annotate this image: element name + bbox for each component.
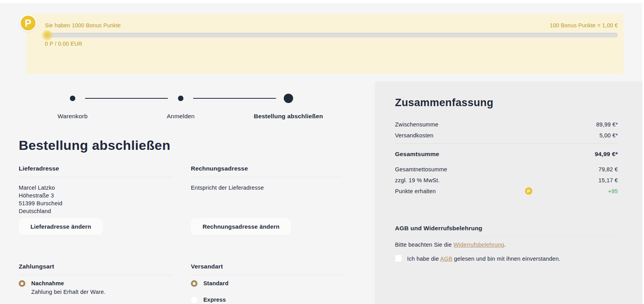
radio-selected-icon[interactable] <box>19 280 25 287</box>
bonus-points-icon: P <box>20 14 37 32</box>
cancellation-policy-notice: Bitte beachten Sie die Widerrufsbelehrun… <box>395 241 618 249</box>
billing-address-section: Rechnungsadresse Entspricht der Lieferad… <box>191 165 342 303</box>
shipping-option-label[interactable]: Express <box>203 297 226 303</box>
step-dot-anmelden[interactable] <box>178 96 183 101</box>
checkout-main: Bestellung abschließen Lieferadresse Mar… <box>19 137 343 303</box>
points-earned-value: +95 <box>608 187 618 195</box>
step-label-anmelden[interactable]: Anmelden <box>122 113 239 120</box>
summary-row-label: Punkte erhalten <box>395 187 436 195</box>
summary-row-label: Versandkosten <box>395 132 434 139</box>
shipping-option-standard[interactable]: Standard <box>191 280 342 287</box>
step-label-warenkorb[interactable]: Warenkorb <box>14 113 131 120</box>
bonus-points-message: Sie haben 1000 Bonus Punkte <box>45 21 121 29</box>
terms-agree-row: Ich habe die AGB gelesen und bin mit ihn… <box>395 255 618 263</box>
page-title: Bestellung abschließen <box>19 137 343 153</box>
terms-heading: AGB und Widerrufsbelehrung <box>395 224 618 237</box>
summary-row-label: Gesamtnettosumme <box>395 165 447 173</box>
radio-selected-icon[interactable] <box>191 280 197 287</box>
bonus-points-icon: P <box>525 187 532 195</box>
step-connector-line <box>193 98 276 99</box>
shipping-address-section: Lieferadresse Marcel Latzko Höhestraße 3… <box>19 165 173 303</box>
step-connector-line <box>85 98 168 99</box>
payment-option-description: Zahlung bei Erhalt der Ware. <box>31 288 173 296</box>
change-shipping-address-button[interactable]: Lieferadresse ändern <box>19 218 103 235</box>
terms-agb-link[interactable]: AGB <box>440 256 452 262</box>
payment-option-nachnahme[interactable]: Nachnahme <box>19 280 173 287</box>
summary-row-value: 5,00 €* <box>600 132 618 139</box>
payment-method-section: Zahlungsart Nachnahme Zahlung bei Erhalt… <box>19 263 173 296</box>
billing-address-heading: Rechnungsadresse <box>191 165 342 177</box>
shipping-address-city: 51399 Burscheid <box>19 199 173 207</box>
payment-option-label[interactable]: Nachnahme <box>31 280 64 287</box>
summary-row-label: Zwischensumme <box>395 121 438 128</box>
step-dot-warenkorb[interactable] <box>70 96 75 101</box>
summary-row-value: 79,82 € <box>598 165 618 173</box>
shipping-address-name: Marcel Latzko <box>19 184 173 192</box>
summary-row-value: 15,17 € <box>598 176 618 184</box>
shipping-address-heading: Lieferadresse <box>19 165 173 177</box>
shipping-option-label[interactable]: Standard <box>203 280 228 287</box>
shipping-address-street: Höhestraße 3 <box>19 192 173 199</box>
shipping-method-heading: Versandart <box>191 263 342 275</box>
terms-checkbox[interactable] <box>395 255 402 262</box>
bonus-points-slider[interactable] <box>45 33 618 37</box>
summary-row-shipping-cost: Versandkosten 5,00 €* <box>395 132 618 139</box>
page-top-edge <box>0 0 644 3</box>
shipping-option-express[interactable]: Express <box>191 297 342 303</box>
notice-text: Bitte beachten Sie die <box>395 242 454 248</box>
summary-total-value: 94,99 €* <box>595 150 618 158</box>
summary-row-value: 89,99 €* <box>596 121 618 128</box>
bonus-points-slider-handle[interactable] <box>42 30 53 41</box>
cancellation-policy-link[interactable]: Widerrufsbelehrung <box>454 242 504 248</box>
bonus-points-banner: P Sie haben 1000 Bonus Punkte 100 Bonus … <box>27 14 624 74</box>
summary-row-label: zzgl. 19 % MwSt. <box>395 176 439 184</box>
step-label-bestellung-abschliessen: Bestellung abschließen <box>230 113 347 120</box>
terms-checkbox-label[interactable]: Ich habe die AGB gelesen und bin mit ihn… <box>407 255 560 263</box>
summary-row-total: Gesamtsumme 94,99 €* <box>395 150 618 158</box>
terms-section: AGB und Widerrufsbelehrung Bitte beachte… <box>395 224 618 263</box>
change-billing-address-button[interactable]: Rechnungsadresse ändern <box>191 218 291 235</box>
scrollbar-track <box>642 0 644 304</box>
billing-address-text: Entspricht der Lieferadresse <box>191 184 342 192</box>
summary-divider <box>395 143 618 144</box>
summary-title: Zusammenfassung <box>395 96 618 109</box>
order-summary-panel: Zusammenfassung Zwischensumme 89,99 €* V… <box>375 82 642 304</box>
summary-row-net-total: Gesamtnettosumme 79,82 € <box>395 165 618 173</box>
step-dot-bestellung-abschliessen[interactable] <box>284 94 293 103</box>
shipping-method-section: Versandart Standard Express <box>191 263 342 303</box>
notice-text: . <box>504 242 506 248</box>
summary-row-vat: zzgl. 19 % MwSt. 15,17 € <box>395 176 618 184</box>
bonus-banner-content: Sie haben 1000 Bonus Punkte 100 Bonus Pu… <box>45 21 618 48</box>
radio-unselected-icon[interactable] <box>191 297 197 303</box>
summary-row-points-earned: Punkte erhalten P +95 <box>395 187 618 195</box>
terms-text: gelesen und bin mit ihnen einverstanden. <box>452 256 560 262</box>
shipping-address-country: Deutschland <box>19 207 173 215</box>
payment-method-heading: Zahlungsart <box>19 263 173 275</box>
terms-text: Ich habe die <box>407 256 440 262</box>
bonus-points-slider-value: 0 P / 0.00 EUR <box>45 40 618 48</box>
summary-total-label: Gesamtsumme <box>395 150 439 158</box>
bonus-points-rate: 100 Bonus Punkte = 1,00 € <box>550 21 618 29</box>
summary-row-subtotal: Zwischensumme 89,99 €* <box>395 121 618 128</box>
